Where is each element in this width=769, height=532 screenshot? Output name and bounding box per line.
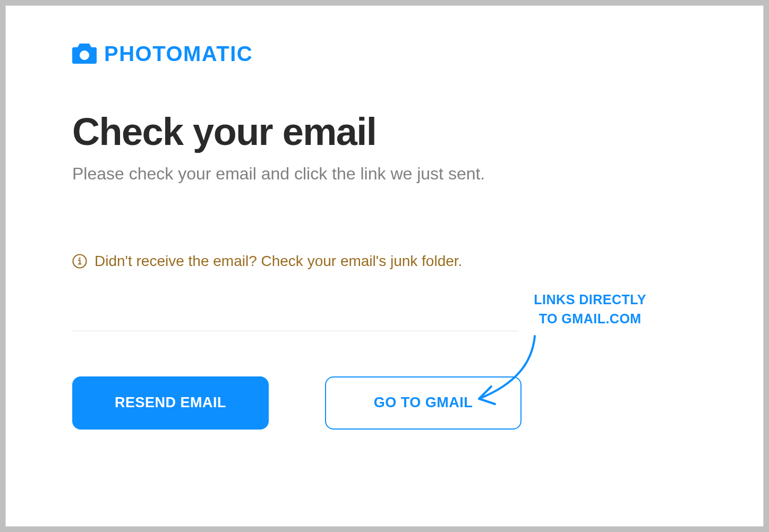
page-subtitle: Please check your email and click the li…: [72, 164, 697, 184]
page-title: Check your email: [72, 112, 697, 152]
svg-point-2: [79, 257, 80, 259]
action-buttons: RESEND EMAIL GO TO GMAIL: [72, 376, 697, 430]
annotation-label: LINKS DIRECTLY TO GMAIL.COM: [534, 290, 646, 329]
annotation-line-1: LINKS DIRECTLY: [534, 290, 646, 309]
svg-point-0: [80, 50, 89, 60]
annotation-line-2: TO GMAIL.COM: [534, 309, 646, 328]
brand-name: PHOTOMATIC: [104, 43, 253, 64]
camera-icon: [72, 44, 97, 64]
go-to-gmail-button[interactable]: GO TO GMAIL: [325, 376, 522, 430]
hint-text: Didn't receive the email? Check your ema…: [95, 253, 462, 270]
info-icon: [72, 254, 87, 269]
email-confirmation-card: PHOTOMATIC Check your email Please check…: [5, 5, 764, 527]
hint-message: Didn't receive the email? Check your ema…: [72, 253, 697, 270]
divider: [72, 331, 518, 331]
brand-logo: PHOTOMATIC: [72, 43, 697, 64]
resend-email-button[interactable]: RESEND EMAIL: [72, 376, 269, 430]
